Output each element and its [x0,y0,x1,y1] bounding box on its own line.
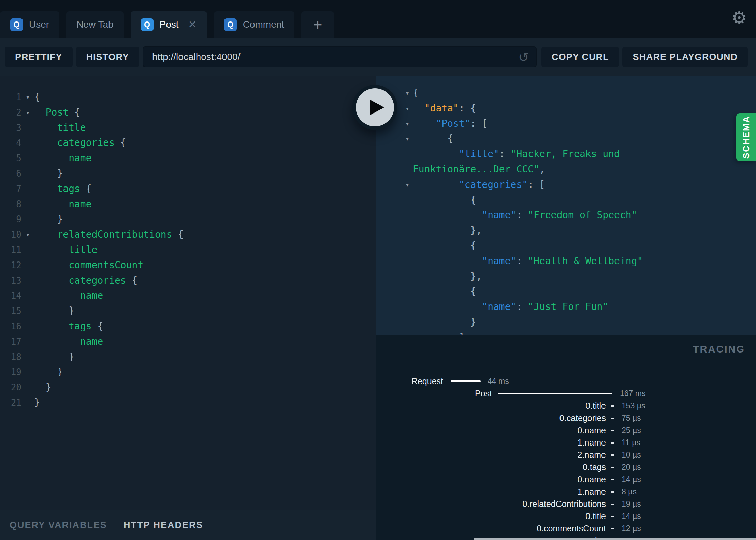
close-tab-icon[interactable]: ✕ [188,19,197,30]
copy-curl-button[interactable]: COPY CURL [541,47,619,67]
tab-label: Comment [243,19,284,30]
tracing-row-label: Post [376,387,492,400]
tracing-row-time: 25 µs [622,424,641,436]
new-tab-button[interactable]: + [301,11,334,38]
editor-line: 20 } [0,380,376,395]
tracing-tick-mark [611,430,614,431]
tracing-row: Post167 ms [376,387,756,400]
fold-gutter [21,181,34,197]
tracing-row-time: 19 µs [622,498,641,510]
tracing-tick-mark [611,405,614,407]
code-text: categories { [34,135,126,151]
response-line: ▾ "categories": [ [376,177,756,193]
reload-schema-icon[interactable]: ↺ [518,50,529,65]
fold-gutter [21,242,34,258]
query-variables-tab[interactable]: QUERY VARIABLES [10,520,107,530]
fold-arrow-icon[interactable]: ▾ [405,86,409,101]
code-text: tags { [34,181,92,197]
tab-comment[interactable]: QComment [214,11,294,38]
code-text: } [34,166,63,181]
tracing-row-label: 0.name [376,424,606,436]
line-number: 13 [0,273,21,288]
session-tabs: QUserNew TabQPost✕QComment+ [0,11,334,38]
tracing-row-time: 153 µs [622,400,645,412]
settings-gear-icon[interactable]: ⚙ [731,9,747,27]
response-line: "name": "Freedom of Speech" [376,208,756,223]
share-playground-button[interactable]: SHARE PLAYGROUND [622,47,748,67]
response-line: ▾{ [376,86,756,101]
tracing-row-label: 0.commentsCount [376,522,606,535]
code-text: } [34,303,74,319]
tracing-row: 0.title14 µs [376,510,756,522]
code-text: { [34,90,40,105]
editor-line: 1▾{ [0,90,376,105]
tracing-row-label: 0.relatedContributions [376,498,606,510]
tracing-row-time: 20 µs [622,461,641,473]
editor-line: 14 name [0,288,376,303]
tab-post[interactable]: QPost✕ [131,11,207,38]
code-text: commentsCount [34,258,143,273]
endpoint-url-input[interactable]: http://localhost:4000/ ↺ [143,46,537,68]
query-badge-icon: Q [141,18,154,31]
tracing-row: 0.name25 µs [376,424,756,436]
fold-gutter [21,258,34,273]
tab-new-tab[interactable]: New Tab [66,11,123,38]
fold-gutter [21,273,34,288]
execute-query-button[interactable] [352,85,397,130]
code-text: title [34,120,86,136]
tracing-row: 2.name10 µs [376,449,756,461]
fold-gutter [21,349,34,365]
code-text: } [34,349,74,365]
response-viewer: ▾{▾ "data": {▾ "Post": [▾ { "title": "Ha… [376,76,756,335]
tracing-row-time: 11 µs [622,436,640,449]
code-text: } [34,364,63,380]
graphql-playground-window: QUserNew TabQPost✕QComment+ ⚙ PRETTIFY H… [0,0,756,540]
tracing-row-label: 0.title [376,510,606,522]
response-line: Funktionäre...Der CCC", [376,162,756,177]
code-text: } [34,212,63,227]
response-line: ▾ { [376,131,756,147]
history-button[interactable]: HISTORY [76,47,140,67]
tracing-row: 0.categories75 µs [376,412,756,424]
tab-user[interactable]: QUser [0,11,59,38]
fold-arrow-icon[interactable]: ▾ [405,116,409,132]
code-text: tags { [34,319,103,334]
tracing-tick-mark [611,479,614,480]
editor-line: 5 name [0,151,376,166]
tracing-tick-mark [611,528,614,529]
prettify-button[interactable]: PRETTIFY [5,47,73,67]
tracing-row: 0.title153 µs [376,400,756,412]
response-line: { [376,284,756,299]
tracing-row-label: 1.name [376,485,606,498]
editor-line: 18 } [0,349,376,365]
line-number: 2 [0,105,21,120]
schema-tab[interactable]: SCHEMA [736,113,756,161]
editor-line: 7 tags { [0,181,376,197]
tracing-panel: TRACING Request44 msPost167 ms0.title153… [376,335,756,540]
fold-arrow-icon[interactable]: ▾ [21,105,34,120]
editor-footer: QUERY VARIABLES HTTP HEADERS [0,510,376,540]
fold-arrow-icon[interactable]: ▾ [21,90,34,105]
query-editor[interactable]: 1▾{2▾ Post {3 title4 categories {5 name6… [0,76,376,510]
tracing-row-time: 14 µs [622,473,641,485]
tracing-row: 0.tags20 µs [376,461,756,473]
tracing-tick-mark [611,442,614,444]
tracing-duration-bar [451,380,481,382]
horizontal-scrollbar[interactable] [474,538,756,540]
fold-arrow-icon[interactable]: ▾ [405,131,409,147]
fold-arrow-icon[interactable]: ▾ [21,227,34,242]
fold-gutter [21,288,34,303]
line-number: 11 [0,242,21,258]
fold-arrow-icon[interactable]: ▾ [405,101,409,116]
toolbar: PRETTIFY HISTORY http://localhost:4000/ … [0,38,756,76]
fold-gutter [21,395,34,410]
http-headers-tab[interactable]: HTTP HEADERS [123,520,203,530]
editor-line: 4 categories { [0,135,376,151]
line-number: 16 [0,319,21,334]
editor-line: 16 tags { [0,319,376,334]
tracing-row: 0.relatedContributions19 µs [376,498,756,510]
fold-arrow-icon[interactable]: ▾ [405,177,409,193]
tracing-tick-mark [611,467,614,468]
tracing-row-label: 0.categories [376,412,606,424]
editor-line: 12 commentsCount [0,258,376,273]
